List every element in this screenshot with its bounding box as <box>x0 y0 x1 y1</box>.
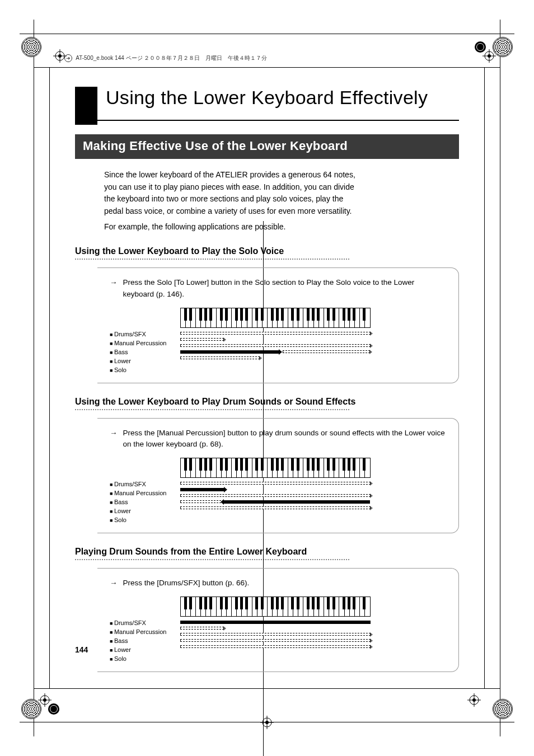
dotted-rule <box>75 409 349 410</box>
dotted-rule <box>75 559 349 560</box>
chapter-tab <box>75 87 97 125</box>
keyboard-diagram-group: Drums/SFXManual PercussionBassLowerSolo <box>110 597 447 664</box>
legend-item: Lower <box>110 507 167 516</box>
legend-item: Drums/SFX <box>110 330 167 339</box>
step-line: →Press the [Manual Percussion] button to… <box>110 428 447 450</box>
arrow-icon: → <box>110 428 118 439</box>
callout-box: →Press the [Drums/SFX] button (p. 66).Dr… <box>92 568 459 672</box>
step-text: Press the [Drums/SFX] button (p. 66). <box>123 577 250 589</box>
dotted-rule <box>75 259 349 260</box>
svg-point-11 <box>43 698 46 702</box>
arrow-icon: → <box>110 277 118 288</box>
legend-item: Solo <box>110 366 167 375</box>
section-heading: Making Effective Use of the Lower Keyboa… <box>75 134 459 159</box>
crop-frame-top <box>20 34 514 34</box>
header-text: AT-500_e.book 144 ページ ２００８年７月２８日 月曜日 午後４… <box>76 55 267 61</box>
intro-paragraph: For example, the following applications … <box>104 221 356 233</box>
step-line: →Press the [Drums/SFX] button (p. 66). <box>110 577 447 589</box>
legend-item: Lower <box>110 646 167 655</box>
intro-text: Since the lower keyboard of the ATELIER … <box>104 169 356 233</box>
range-bars <box>180 331 371 360</box>
diagram-visual <box>180 597 448 651</box>
range-bars <box>180 481 371 510</box>
keyboard-diagram-group: Drums/SFXManual PercussionBassLowerSolo <box>110 458 447 525</box>
legend-item: Bass <box>110 498 167 507</box>
diagram-visual <box>180 308 448 362</box>
inner-frame-left <box>49 67 50 689</box>
legend-item: Drums/SFX <box>110 480 167 489</box>
crop-frame-right <box>500 20 500 736</box>
print-disc-icon <box>21 37 41 57</box>
subsection-heading: Playing Drum Sounds from the Entire Lowe… <box>75 547 459 557</box>
svg-point-7 <box>488 54 491 58</box>
keyboard-diagram <box>180 597 371 617</box>
svg-point-19 <box>265 721 269 724</box>
keyboard-diagram <box>180 458 371 478</box>
registration-mark-icon <box>467 693 481 707</box>
subsection-heading: Using the Lower Keyboard to Play Drum So… <box>75 397 459 407</box>
registration-mark-icon <box>260 716 274 729</box>
arrow-icon: → <box>110 577 118 589</box>
print-disc-icon <box>493 699 513 719</box>
callout-box: →Press the [Manual Percussion] button to… <box>92 418 459 533</box>
legend-item: Bass <box>110 348 167 357</box>
page-number: 144 <box>75 645 88 654</box>
inner-frame-right <box>484 67 485 689</box>
subsection-heading: Using the Lower Keyboard to Play the Sol… <box>75 246 459 256</box>
diagram-legend: Drums/SFXManual PercussionBassLowerSolo <box>110 330 167 375</box>
page-content: Using the Lower Keyboard Effectively Mak… <box>75 87 459 678</box>
legend-item: Lower <box>110 357 167 366</box>
legend-item: Manual Percussion <box>110 489 167 498</box>
crop-frame-left <box>34 20 34 736</box>
legend-item: Manual Percussion <box>110 339 167 348</box>
range-bars <box>180 620 371 649</box>
chapter-title: Using the Lower Keyboard Effectively <box>106 87 459 109</box>
svg-point-15 <box>472 698 476 702</box>
header-arrow-icon: ➜ <box>64 54 72 62</box>
diagram-legend: Drums/SFXManual PercussionBassLowerSolo <box>110 480 167 525</box>
registration-mark-icon <box>483 49 496 63</box>
callout-box: →Press the Solo [To Lower] button in the… <box>92 267 459 383</box>
registration-mark-icon <box>38 693 51 707</box>
inner-frame-top <box>34 67 500 68</box>
legend-item: Manual Percussion <box>110 628 167 637</box>
chapter-rule <box>75 120 459 121</box>
page-header: ➜ AT-500_e.book 144 ページ ２００８年７月２８日 月曜日 午… <box>64 54 267 62</box>
keyboard-diagram-group: Drums/SFXManual PercussionBassLowerSolo <box>110 308 447 375</box>
keyboard-diagram <box>180 308 371 328</box>
step-text: Press the [Manual Percussion] button to … <box>123 428 448 450</box>
step-text: Press the Solo [To Lower] button in the … <box>123 277 448 300</box>
diagram-legend: Drums/SFXManual PercussionBassLowerSolo <box>110 619 167 664</box>
legend-item: Bass <box>110 637 167 646</box>
step-line: →Press the Solo [To Lower] button in the… <box>110 277 447 300</box>
legend-item: Solo <box>110 516 167 525</box>
legend-item: Solo <box>110 655 167 664</box>
diagram-visual <box>180 458 448 512</box>
legend-item: Drums/SFX <box>110 619 167 628</box>
intro-paragraph: Since the lower keyboard of the ATELIER … <box>104 169 356 218</box>
inner-frame-bottom <box>34 688 500 689</box>
svg-point-3 <box>58 54 62 58</box>
